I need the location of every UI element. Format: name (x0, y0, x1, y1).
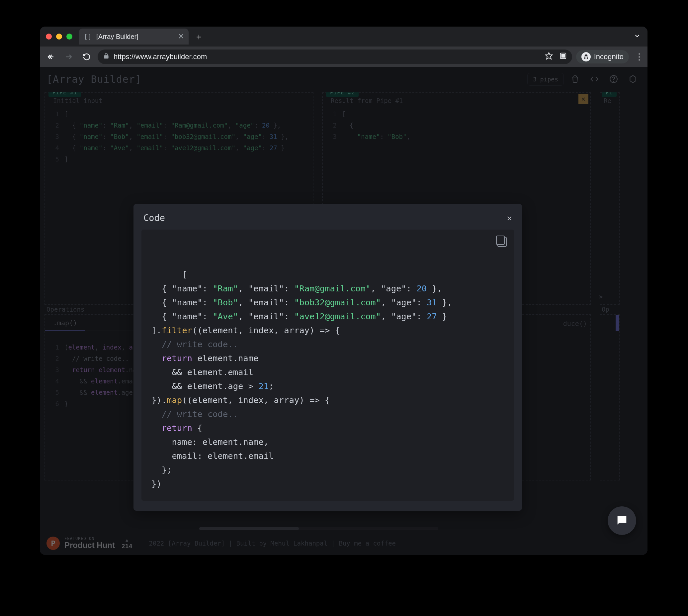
modal-code-block[interactable]: [ { "name": "Ram", "email": "Ram@gmail.c… (141, 229, 514, 501)
copy-icon[interactable] (498, 237, 507, 247)
incognito-icon (581, 52, 591, 62)
product-hunt-badge[interactable]: P FEATURED ON Product Hunt ▲ 214 (46, 536, 133, 550)
modal-title: Code (143, 213, 165, 223)
pipe-3-label: Re (604, 97, 611, 104)
forward-button[interactable] (62, 50, 76, 64)
pipe-2-label: Result from Pipe #1 (331, 97, 403, 104)
tab-close-icon[interactable]: ✕ (178, 32, 184, 41)
pipe-3-tag: PI (602, 92, 617, 97)
bookmark-icon[interactable] (545, 52, 553, 62)
browser-window: [] [Array Builder] ✕ ＋ https://www.array… (40, 27, 647, 555)
app-footer: P FEATURED ON Product Hunt ▲ 214 2022 [A… (40, 532, 647, 555)
ops-gutter: 123456 (45, 342, 63, 477)
upvote-icon: ▲ (125, 537, 128, 543)
pipe-2-tag: PIPE #2 (326, 92, 359, 97)
pipe-3-ops-label: Op (602, 306, 609, 313)
browser-tab[interactable]: [] [Array Builder] ✕ (79, 28, 189, 45)
tab-title: [Array Builder] (96, 33, 138, 41)
product-hunt-icon: P (46, 536, 60, 550)
svg-rect-5 (561, 54, 565, 57)
app-title: [Array Builder] (46, 73, 141, 85)
svg-point-7 (613, 81, 614, 82)
window-controls (46, 34, 72, 40)
pipe-3-column: PI Re Op (600, 92, 620, 528)
app-content: [Array Builder] 3 pipes (40, 67, 647, 555)
pipe-1-gutter: 12345 (45, 108, 63, 301)
incognito-badge[interactable]: Incognito (576, 50, 629, 63)
code-icon[interactable] (587, 71, 602, 87)
tabs-overflow-icon[interactable] (634, 32, 641, 41)
pipe-2-close-icon[interactable]: ✕ (578, 94, 589, 104)
browser-tab-bar: [] [Array Builder] ✕ ＋ (40, 27, 647, 46)
operations-label: Operations (46, 306, 84, 313)
app-header: [Array Builder] 3 pipes (40, 67, 647, 91)
browser-toolbar: https://www.arraybuilder.com Incognito ⋮ (40, 46, 647, 67)
url-text: https://www.arraybuilder.com (114, 52, 207, 61)
new-tab-button[interactable]: ＋ (194, 31, 203, 43)
reload-button[interactable] (80, 50, 94, 64)
pipe-3-ops-panel[interactable]: Op (600, 314, 620, 480)
lock-icon (103, 52, 110, 61)
code-modal: Code ✕ [ { "name": "Ram", "email": "Ram@… (134, 204, 522, 511)
svg-marker-8 (630, 75, 636, 83)
browser-menu-button[interactable]: ⋮ (635, 52, 643, 62)
pipe-3-panel[interactable]: PI Re (600, 92, 620, 305)
help-icon[interactable] (606, 71, 622, 87)
reader-icon[interactable] (559, 52, 567, 62)
tab-map[interactable]: .map() (45, 315, 85, 331)
chat-button[interactable] (607, 506, 636, 535)
ph-count: 214 (121, 543, 133, 550)
settings-icon[interactable] (625, 71, 641, 87)
pipes-count-badge: 3 pipes (527, 73, 564, 86)
address-bar[interactable]: https://www.arraybuilder.com (98, 49, 572, 64)
ph-name: Product Hunt (64, 541, 115, 550)
minimize-window-icon[interactable] (56, 34, 62, 40)
back-button[interactable] (44, 50, 58, 64)
pipe-1-tag: PIPE #1 (48, 92, 81, 97)
modal-close-icon[interactable]: ✕ (507, 213, 512, 223)
tab-favicon: [] (84, 32, 92, 41)
tab-reduce-partial[interactable]: duce() (563, 320, 587, 328)
close-window-icon[interactable] (46, 34, 52, 40)
footer-text: 2022 [Array Builder] | Built by Mehul La… (149, 540, 396, 547)
pipe-1-label: Initial input (53, 97, 102, 104)
trash-icon[interactable] (567, 71, 583, 87)
modal-header: Code ✕ (134, 204, 522, 229)
svg-marker-3 (546, 52, 552, 59)
active-indicator (616, 315, 619, 331)
fullscreen-window-icon[interactable] (66, 34, 72, 40)
incognito-label: Incognito (594, 52, 624, 61)
